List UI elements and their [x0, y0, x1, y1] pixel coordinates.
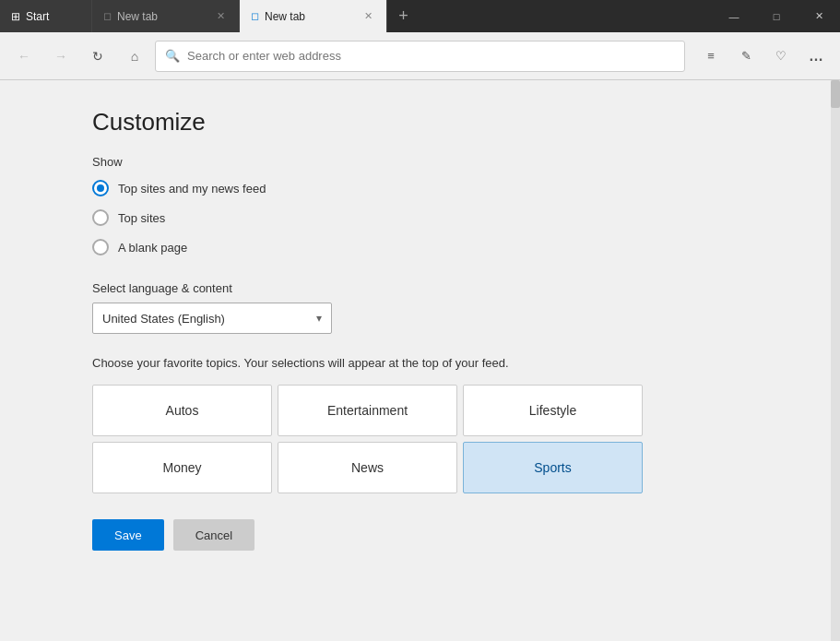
tab2-close-icon[interactable]: ✕	[361, 9, 375, 24]
new-tab-button[interactable]: +	[387, 0, 420, 32]
notes-button[interactable]: ✎	[729, 40, 763, 73]
radio-group: Top sites and my news feed Top sites A b…	[92, 180, 794, 255]
radio-top-sites[interactable]: Top sites	[92, 209, 794, 226]
tab1-icon: ◻	[103, 10, 112, 22]
radio-top-sites-indicator	[92, 209, 109, 226]
tab-2[interactable]: ◻ New tab ✕	[240, 0, 387, 32]
back-button[interactable]: ←	[7, 40, 41, 73]
language-select[interactable]: United States (English) ▾	[92, 303, 332, 334]
window-controls: — □ ✕	[713, 0, 840, 32]
reading-view-button[interactable]: ≡	[694, 40, 728, 73]
favorites-button[interactable]: ♡	[764, 40, 798, 73]
minimize-button[interactable]: —	[713, 0, 755, 32]
radio-blank-label: A blank page	[118, 241, 187, 255]
home-button[interactable]: ⌂	[118, 40, 151, 73]
scrollbar-thumb[interactable]	[831, 80, 840, 108]
start-tab-label: Start	[26, 10, 49, 23]
tab-1[interactable]: ◻ New tab ✕	[92, 0, 240, 32]
radio-top-news-label: Top sites and my news feed	[118, 182, 266, 196]
language-value: United States (English)	[102, 312, 225, 326]
radio-top-sites-label: Top sites	[118, 211, 165, 225]
start-icon: ⊞	[11, 10, 20, 23]
toolbar-right: ≡ ✎ ♡ …	[694, 40, 833, 73]
language-label: Select language & content	[92, 281, 794, 295]
address-input[interactable]	[187, 49, 675, 63]
close-button[interactable]: ✕	[798, 0, 840, 32]
tab-start[interactable]: ⊞ Start	[0, 0, 92, 32]
topics-grid: Autos Entertainment Lifestyle Money News…	[92, 385, 794, 493]
more-button[interactable]: …	[799, 40, 833, 73]
tab1-close-icon[interactable]: ✕	[213, 9, 228, 24]
chevron-down-icon: ▾	[316, 312, 322, 325]
topics-description: Choose your favorite topics. Your select…	[92, 356, 794, 370]
radio-blank-indicator	[92, 239, 109, 255]
cancel-button[interactable]: Cancel	[173, 519, 254, 551]
tab2-label: New tab	[265, 10, 305, 23]
topic-money[interactable]: Money	[92, 442, 272, 493]
topic-lifestyle[interactable]: Lifestyle	[463, 385, 643, 436]
browser-body: Customize Show Top sites and my news fee…	[0, 80, 840, 641]
topic-autos[interactable]: Autos	[92, 385, 272, 436]
refresh-button[interactable]: ↻	[81, 40, 114, 73]
titlebar: ⊞ Start ◻ New tab ✕ ◻ New tab ✕ + — □ ✕	[0, 0, 840, 32]
show-label: Show	[92, 155, 794, 169]
topic-sports[interactable]: Sports	[463, 442, 643, 493]
content-area: Customize Show Top sites and my news fee…	[0, 80, 831, 641]
page-title: Customize	[92, 108, 794, 137]
topic-news[interactable]: News	[278, 442, 457, 493]
tab2-icon: ◻	[251, 10, 259, 22]
radio-blank[interactable]: A blank page	[92, 239, 794, 255]
forward-button[interactable]: →	[44, 40, 77, 73]
search-icon: 🔍	[165, 49, 180, 63]
save-button[interactable]: Save	[92, 519, 164, 551]
tab1-label: New tab	[117, 10, 158, 23]
action-buttons: Save Cancel	[92, 519, 794, 551]
topic-entertainment[interactable]: Entertainment	[278, 385, 457, 436]
radio-top-news-indicator	[92, 180, 109, 196]
radio-top-news[interactable]: Top sites and my news feed	[92, 180, 794, 196]
address-bar[interactable]: 🔍	[155, 41, 685, 72]
navbar: ← → ↻ ⌂ 🔍 ≡ ✎ ♡ …	[0, 32, 840, 80]
scrollbar[interactable]	[831, 80, 840, 641]
maximize-button[interactable]: □	[755, 0, 798, 32]
